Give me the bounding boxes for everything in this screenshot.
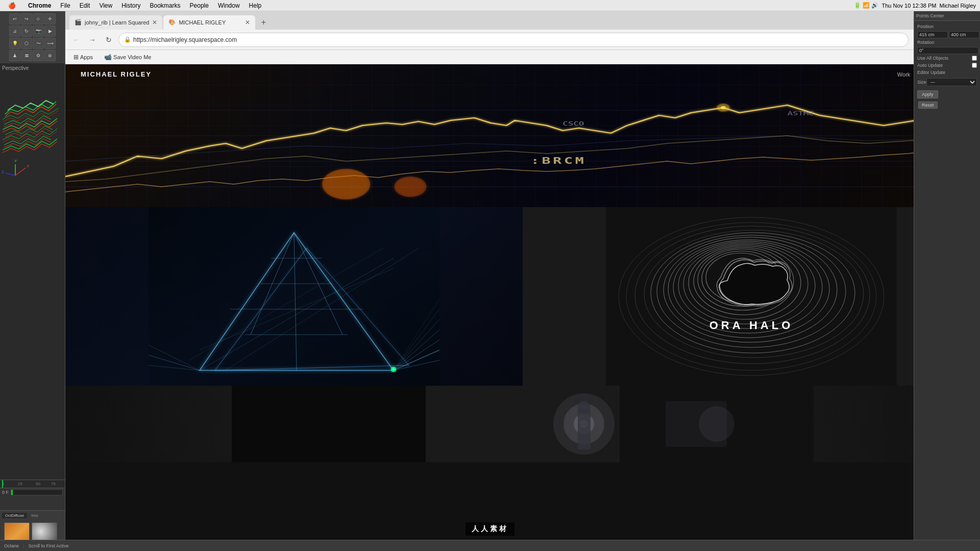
points-editor-update-row: Editor Update [917, 70, 977, 75]
svg-point-68 [699, 406, 734, 442]
timeline-end: 50 [36, 482, 40, 486]
forward-button[interactable]: → [86, 33, 99, 46]
tab-close-2[interactable]: ✕ [245, 19, 250, 26]
chart-label-csco: CSCO [563, 120, 584, 127]
c4d-tool-spline[interactable]: 〜 [33, 38, 44, 49]
points-rotation-row: Rotation [917, 40, 977, 45]
svg-text:X: X [27, 164, 30, 168]
points-rot-x[interactable] [917, 47, 978, 54]
svg-line-0 [15, 168, 26, 176]
c4d-tool-scale[interactable]: ⊿ [9, 26, 20, 37]
points-size-label: Size [917, 80, 926, 85]
tab-close-1[interactable]: ✕ [152, 19, 157, 26]
system-date-time: Thu Nov 10 12:38 PM [881, 3, 936, 9]
timeline-mid: 25 [18, 482, 22, 486]
menu-chrome[interactable]: Chrome [24, 2, 55, 9]
c4d-bottom-bar: Octane | Scroll to First Active [0, 540, 980, 551]
points-use-all-row: Use All Objects [917, 56, 977, 61]
c4d-tool-undo[interactable]: ↩ [9, 13, 20, 24]
svg-point-11 [721, 106, 725, 109]
c4d-tool-redo[interactable]: ↪ [21, 13, 32, 24]
chart-label-astmc: ASTMC [788, 110, 814, 116]
c4d-separator: | [23, 543, 24, 548]
secure-icon: 🔒 [124, 36, 131, 43]
material-tab-mat[interactable]: Mat [28, 513, 41, 518]
timeline-controls: 0 F [0, 488, 65, 496]
c4d-tool-move[interactable]: ✛ [44, 13, 56, 24]
c4d-toolbar-row-2: ⊿ ↻ 📷 ▶ [1, 26, 64, 37]
pyramid-svg [65, 207, 523, 386]
points-position-label: Position [917, 24, 934, 29]
website-content: MICHAEL RIGLEY Work About Contact [65, 64, 980, 551]
hero-section: MICHAEL RIGLEY Work About Contact [65, 64, 980, 207]
menu-edit[interactable]: Edit [76, 2, 94, 9]
portfolio-site-title: MICHAEL RIGLEY [81, 70, 152, 78]
material-tabs: OctDiffuse Mat [2, 513, 63, 518]
points-auto-update-label: Auto Update [917, 63, 943, 68]
save-video-icon: 📹 [104, 54, 112, 61]
use-all-checkbox[interactable] [972, 56, 977, 61]
timeline-bar[interactable] [11, 489, 63, 495]
c4d-tool-rotate[interactable]: ↻ [21, 26, 32, 37]
menu-people[interactable]: People [186, 2, 213, 9]
refresh-button[interactable]: ↻ [102, 33, 115, 46]
points-auto-update-row: Auto Update [917, 63, 977, 68]
menu-file[interactable]: File [56, 2, 74, 9]
bookmark-apps[interactable]: ⊞ Apps [69, 52, 97, 63]
points-action-buttons: Apply [917, 90, 977, 98]
svg-rect-58 [232, 386, 426, 462]
c4d-scroll-item[interactable]: Scroll to First Active [26, 543, 70, 548]
c4d-tool-character[interactable]: ♟ [9, 50, 20, 61]
tab-favicon-1: 🎬 [75, 19, 82, 26]
c4d-left-panel: ↩ ↪ ⊹ ✛ ⊿ ↻ 📷 ▶ 💡 ⬡ 〜 ⟿ ♟ 〓 ⚙ ⊛ Perspect… [0, 11, 65, 551]
c4d-toolbar-row-3: 💡 ⬡ 〜 ⟿ [1, 38, 64, 49]
points-x-input[interactable] [917, 31, 948, 38]
menu-window[interactable]: Window [214, 2, 244, 9]
apple-menu[interactable]: 🍎 [4, 2, 20, 9]
c4d-tool-select[interactable]: ⊹ [33, 13, 44, 24]
left-panel-pyramid[interactable] [65, 207, 523, 386]
address-bar[interactable]: 🔒 https://michaelrigley.squarespace.com [118, 33, 909, 47]
timeline-ruler: 0 25 50 75 [0, 480, 65, 488]
tab-learn-squared[interactable]: 🎬 johny_rib | Learn Squared ✕ [69, 15, 162, 30]
bookmark-save-video-label: Save Video Me [113, 54, 151, 60]
menu-view[interactable]: View [95, 2, 116, 9]
menu-history[interactable]: History [117, 2, 144, 9]
c4d-tool-mograph[interactable]: ⚙ [33, 50, 44, 61]
c4d-tool-dynamics[interactable]: ⊛ [44, 50, 56, 61]
nav-work[interactable]: Work [897, 71, 910, 78]
svg-text:Y: Y [14, 159, 17, 163]
apply-button[interactable]: Apply [917, 90, 938, 98]
c4d-tool-hair[interactable]: 〓 [21, 50, 32, 61]
menu-help[interactable]: Help [245, 2, 266, 9]
tab-michael-rigley[interactable]: 🎨 MICHAEL RIGLEY ✕ [163, 15, 255, 30]
c4d-right-panel: Points Center Position Rotation Use All … [914, 11, 980, 551]
back-button[interactable]: ← [69, 33, 83, 46]
bookmarks-bar: ⊞ Apps 📹 Save Video Me 📂 Other Bookmarks [65, 50, 980, 64]
bottom-section [65, 386, 980, 462]
auto-update-checkbox[interactable] [972, 63, 977, 68]
c4d-tool-camera[interactable]: 📷 [33, 26, 44, 37]
svg-text:Z: Z [2, 170, 4, 174]
c4d-timeline[interactable]: 0 25 50 75 0 F [0, 480, 65, 510]
bookmark-save-video[interactable]: 📹 Save Video Me [100, 52, 155, 63]
right-panel-ora-halo[interactable]: ORA HALO [523, 207, 980, 386]
c4d-tool-deform[interactable]: ⟿ [44, 38, 56, 49]
new-tab-button[interactable]: + [256, 15, 271, 30]
menu-bookmarks[interactable]: Bookmarks [146, 2, 185, 9]
c4d-tool-mesh[interactable]: ⬡ [21, 38, 32, 49]
svg-point-12 [322, 169, 370, 199]
svg-point-13 [394, 177, 426, 197]
c4d-octane-item[interactable]: Octane [2, 543, 21, 548]
c4d-tool-render[interactable]: ▶ [44, 26, 56, 37]
points-size-select[interactable]: — [926, 78, 977, 86]
material-tab-octane[interactable]: OctDiffuse [2, 513, 27, 518]
points-y-input[interactable] [949, 31, 979, 38]
c4d-tool-light[interactable]: 💡 [9, 38, 20, 49]
c4d-right-title: Points Center [916, 13, 944, 18]
reset-button[interactable]: Reset [918, 102, 938, 109]
menu-bar: 🍎 Chrome File Edit View History Bookmark… [0, 0, 980, 11]
site-header: MICHAEL RIGLEY Work About Contact [65, 64, 980, 84]
browser-content[interactable]: MICHAEL RIGLEY Work About Contact [65, 64, 980, 551]
c4d-viewport[interactable]: Perspective [0, 63, 65, 480]
